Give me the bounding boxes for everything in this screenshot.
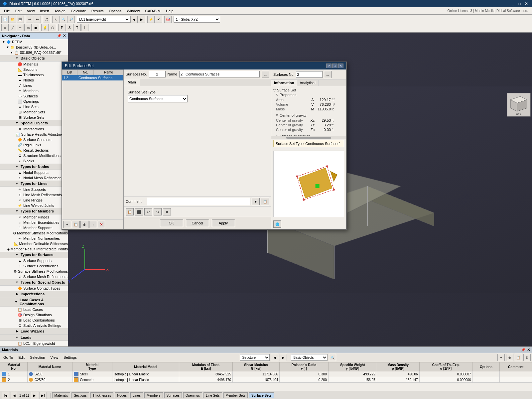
tree-line-mesh-ref[interactable]: ⊕Line Mesh Refinements bbox=[0, 192, 68, 198]
tree-types-lines[interactable]: ▼ Types for Lines bbox=[0, 181, 68, 187]
tree-load-combinations[interactable]: ⊞Load Combinations bbox=[0, 318, 68, 323]
dialog-help-btn[interactable]: ? bbox=[326, 64, 332, 68]
mat-prev[interactable]: ◀ bbox=[11, 392, 18, 399]
tb-surface[interactable]: ▭ bbox=[24, 24, 32, 31]
tab-main[interactable]: Main bbox=[124, 79, 140, 86]
mat-edit[interactable]: Edit bbox=[16, 355, 27, 360]
menu-assign[interactable]: Assign bbox=[52, 8, 68, 14]
tb-calc[interactable]: ⚡ bbox=[147, 16, 155, 23]
tree-special-objects[interactable]: ▼ Special Objects bbox=[0, 120, 68, 126]
tree-surface-results-adj[interactable]: 📊Surface Results Adjustments bbox=[0, 132, 68, 137]
tree-line-hinges[interactable]: ○Line Hinges bbox=[0, 198, 68, 203]
tab-openings[interactable]: Openings bbox=[183, 392, 202, 398]
menu-options[interactable]: Options bbox=[106, 8, 124, 14]
tb-redo[interactable]: ↪ bbox=[34, 16, 41, 23]
tree-openings[interactable]: ⬜Openings bbox=[0, 99, 68, 104]
mat-settings[interactable]: Settings bbox=[62, 355, 79, 360]
tree-surfaces[interactable]: ▭Surfaces bbox=[0, 93, 68, 99]
tree-member-hinges[interactable]: ○Member Hinges bbox=[0, 214, 68, 220]
surface-set-type-combo[interactable]: Continuous Surfaces bbox=[128, 95, 188, 102]
tree-member-nonlin[interactable]: 〰Member Nonlinearities bbox=[0, 236, 68, 241]
cs-combo[interactable]: 1 - Global XYZ bbox=[174, 16, 220, 23]
list-item[interactable]: 1 2 Continuous Surfaces bbox=[62, 75, 123, 80]
tb-top[interactable]: T bbox=[73, 24, 81, 31]
title-bar-controls[interactable]: _ □ ✕ bbox=[511, 1, 529, 6]
dlg-horizontal-scrollbar[interactable] bbox=[286, 137, 331, 139]
dlg-right-icon-1[interactable]: 🌐 bbox=[273, 220, 281, 228]
dlg-scrollbar-area[interactable] bbox=[271, 136, 346, 139]
dialog-ok-btn[interactable]: OK bbox=[160, 219, 183, 227]
dialog-titlebar-btns[interactable]: ? □ ✕ bbox=[326, 64, 343, 68]
lc-combo[interactable]: LC1 Eigengewicht bbox=[77, 16, 130, 23]
tree-project[interactable]: ▼ 📁 Beispiel 05_3D-Gebäude... bbox=[0, 45, 68, 50]
tree-types-members[interactable]: ▼ Types for Members bbox=[0, 208, 68, 214]
tb-node[interactable]: ● bbox=[1, 24, 9, 31]
tab-materials[interactable]: Materials bbox=[52, 392, 70, 398]
tab-member-sets[interactable]: Member Sets bbox=[223, 392, 248, 398]
tb-member[interactable]: ━ bbox=[17, 24, 24, 31]
tb-view-xyz[interactable]: 🎯 bbox=[164, 16, 172, 23]
tab-lines[interactable]: Lines bbox=[130, 392, 143, 398]
comment-pick-btn[interactable]: 📋 bbox=[261, 198, 269, 205]
tree-types-surfaces[interactable]: ▼ Types for Surfaces bbox=[0, 252, 68, 258]
table-row[interactable]: 2 C25/30 Concrete Isotropic | Linear Ela… bbox=[0, 377, 532, 383]
basic-objects-combo[interactable]: Basic Objects bbox=[291, 354, 328, 361]
tb-select[interactable]: ↖ bbox=[52, 16, 60, 23]
menu-insert[interactable]: Insert bbox=[37, 8, 52, 14]
tree-intersections[interactable]: ✕Intersections bbox=[0, 126, 68, 132]
mat-last[interactable]: ▶| bbox=[40, 392, 47, 399]
tree-surface-contact-types[interactable]: 🔶Surface Contact Types bbox=[0, 286, 68, 291]
dlg-icon-2[interactable]: ⬛ bbox=[135, 208, 143, 215]
tree-nodes[interactable]: ●Nodes bbox=[0, 77, 68, 83]
tree-static-analysis[interactable]: ⚙Static Analysis Settings bbox=[0, 323, 68, 328]
tree-member-stiff-mod[interactable]: ⚙Member Stiffness Modifications bbox=[0, 230, 68, 236]
tb-render[interactable]: 💡 bbox=[41, 24, 49, 31]
tree-materials[interactable]: 🔴Materials bbox=[0, 62, 68, 67]
dlg-icon-3[interactable]: ↩ bbox=[144, 208, 152, 215]
tb-front[interactable]: F bbox=[58, 24, 66, 31]
tree-types-nodes[interactable]: ▼ Types for Nodes bbox=[0, 164, 68, 170]
list-copy-btn[interactable]: 📋 bbox=[72, 221, 80, 228]
tree-nodal-supports[interactable]: ▲Nodal Supports bbox=[0, 170, 68, 175]
mat-add[interactable]: + bbox=[497, 354, 505, 361]
tree-project-expand[interactable]: ▼ bbox=[5, 45, 10, 50]
tb-open[interactable]: 📂 bbox=[9, 16, 16, 23]
surfaces-no-pick-btn[interactable]: ... bbox=[324, 71, 332, 78]
menu-edit[interactable]: Edit bbox=[13, 8, 24, 14]
tree-lines[interactable]: ╱Lines bbox=[0, 83, 68, 88]
maximize-btn[interactable]: □ bbox=[517, 1, 522, 6]
tree-surface-supports[interactable]: ▲Surface Supports bbox=[0, 258, 68, 263]
bottom-close-btn[interactable]: ✕ bbox=[527, 348, 530, 352]
list-import-btn[interactable]: ↑ bbox=[89, 221, 97, 228]
mat-props[interactable]: ⚙ bbox=[523, 354, 531, 361]
list-del-btn[interactable]: 🗑 bbox=[80, 221, 88, 228]
mat-first[interactable]: |◀ bbox=[2, 392, 9, 399]
tree-surface-mesh-ref[interactable]: ⊕Surface Mesh Refinements bbox=[0, 274, 68, 279]
edit-surface-dialog[interactable]: Edit Surface Set ? □ ✕ List No. Name 1 2 bbox=[62, 62, 347, 230]
mat-copy[interactable]: 📋 bbox=[515, 354, 522, 361]
list-close-btn[interactable]: ✕ bbox=[98, 221, 105, 228]
info-section-header-surface-set[interactable]: ▽ Surface Set bbox=[273, 88, 344, 92]
tab-thicknesses[interactable]: Thicknesses bbox=[90, 392, 114, 398]
tree-rigid-links[interactable]: 🔗Rigid Links bbox=[0, 142, 68, 148]
tree-member-def-stiff[interactable]: 📐Member Definable Stiffnesses bbox=[0, 241, 68, 246]
tb-side[interactable]: S bbox=[66, 24, 73, 31]
minimize-btn[interactable]: _ bbox=[511, 1, 516, 6]
tree-loads[interactable]: ▼ Loads bbox=[0, 334, 68, 341]
info-tab-analytical[interactable]: Analytical bbox=[297, 80, 319, 86]
dlg-icon-1[interactable]: 📋 bbox=[126, 208, 134, 215]
menu-help[interactable]: Help bbox=[163, 8, 176, 14]
mat-view[interactable]: View bbox=[48, 355, 60, 360]
navigator-pin-btn[interactable]: 📌 bbox=[57, 34, 62, 38]
tree-design-situations[interactable]: 🎯Design Situations bbox=[0, 312, 68, 318]
tree-members[interactable]: ━Members bbox=[0, 88, 68, 93]
close-btn[interactable]: ✕ bbox=[523, 1, 529, 6]
tree-load-wizards[interactable]: ▶ Load Wizards bbox=[0, 328, 68, 334]
dialog-apply-btn[interactable]: Apply bbox=[212, 219, 235, 227]
mat-goto[interactable]: Go To bbox=[1, 355, 15, 360]
tb-save[interactable]: 💾 bbox=[17, 16, 24, 23]
tree-nodal-mesh[interactable]: ⊕Nodal Mesh Refinements bbox=[0, 175, 68, 181]
dialog-name-input[interactable] bbox=[179, 71, 260, 77]
info-tab-information[interactable]: Information bbox=[271, 80, 297, 86]
tb-lc-next[interactable]: ▶ bbox=[138, 16, 145, 23]
